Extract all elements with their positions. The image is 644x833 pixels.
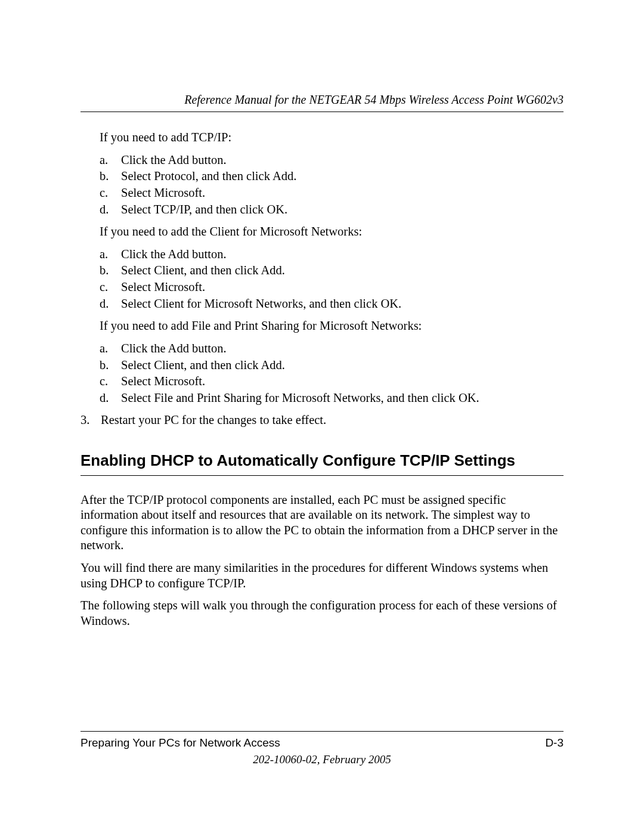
list-text: Select TCP/IP, and then click OK. bbox=[121, 202, 287, 218]
list-item: 3. Restart your PC for the changes to ta… bbox=[80, 413, 564, 428]
list-add-client: a.Click the Add button. b.Select Client,… bbox=[80, 247, 564, 312]
list-label: a. bbox=[100, 247, 113, 262]
running-header: Reference Manual for the NETGEAR 54 Mbps… bbox=[80, 93, 564, 112]
list-label: b. bbox=[100, 358, 113, 373]
footer-page-number: D-3 bbox=[545, 736, 564, 750]
body-text: If you need to add TCP/IP: a.Click the A… bbox=[80, 130, 564, 629]
footer-section-title: Preparing Your PCs for Network Access bbox=[80, 736, 280, 750]
list-item: b.Select Protocol, and then click Add. bbox=[80, 169, 564, 184]
list-text: Select Microsoft. bbox=[121, 280, 205, 295]
paragraph-add-client: If you need to add the Client for Micros… bbox=[80, 224, 564, 240]
list-item: a.Click the Add button. bbox=[80, 247, 564, 262]
list-item: c.Select Microsoft. bbox=[80, 280, 564, 295]
paragraph-add-fps: If you need to add File and Print Sharin… bbox=[80, 318, 564, 334]
list-text: Click the Add button. bbox=[121, 341, 227, 357]
paragraph: After the TCP/IP protocol components are… bbox=[80, 493, 564, 554]
list-label: c. bbox=[100, 280, 113, 295]
list-label: 3. bbox=[80, 413, 92, 428]
paragraph: The following steps will walk you throug… bbox=[80, 598, 564, 628]
list-add-tcpip: a.Click the Add button. b.Select Protoco… bbox=[80, 153, 564, 218]
paragraph: You will find there are many similaritie… bbox=[80, 561, 564, 591]
list-label: d. bbox=[100, 296, 113, 312]
list-label: a. bbox=[100, 341, 113, 357]
numbered-list: 3. Restart your PC for the changes to ta… bbox=[80, 413, 564, 428]
list-text: Select Client for Microsoft Networks, an… bbox=[121, 296, 401, 312]
footer-doc-info: 202-10060-02, February 2005 bbox=[0, 753, 644, 766]
list-item: b.Select Client, and then click Add. bbox=[80, 263, 564, 278]
list-item: a.Click the Add button. bbox=[80, 153, 564, 168]
list-item: d.Select TCP/IP, and then click OK. bbox=[80, 202, 564, 218]
list-text: Click the Add button. bbox=[121, 247, 227, 262]
list-label: d. bbox=[100, 202, 113, 218]
list-label: a. bbox=[100, 153, 113, 168]
list-label: c. bbox=[100, 185, 113, 201]
list-item: c.Select Microsoft. bbox=[80, 374, 564, 389]
list-item: d.Select File and Print Sharing for Micr… bbox=[80, 391, 564, 406]
list-item: c.Select Microsoft. bbox=[80, 185, 564, 201]
list-item: a.Click the Add button. bbox=[80, 341, 564, 357]
list-text: Select File and Print Sharing for Micros… bbox=[121, 391, 479, 406]
list-text: Select Microsoft. bbox=[121, 185, 205, 201]
page-content: Reference Manual for the NETGEAR 54 Mbps… bbox=[80, 93, 564, 761]
list-text: Select Client, and then click Add. bbox=[121, 358, 285, 373]
paragraph-add-tcpip: If you need to add TCP/IP: bbox=[80, 130, 564, 145]
list-text: Select Microsoft. bbox=[121, 374, 205, 389]
list-label: d. bbox=[100, 391, 113, 406]
list-text: Select Client, and then click Add. bbox=[121, 263, 285, 278]
list-add-fps: a.Click the Add button. b.Select Client,… bbox=[80, 341, 564, 406]
footer-row: Preparing Your PCs for Network Access D-… bbox=[80, 736, 564, 750]
list-item: d.Select Client for Microsoft Networks, … bbox=[80, 296, 564, 312]
list-text: Restart your PC for the changes to take … bbox=[101, 413, 326, 428]
list-text: Click the Add button. bbox=[121, 153, 227, 168]
list-label: c. bbox=[100, 374, 113, 389]
list-item: b.Select Client, and then click Add. bbox=[80, 358, 564, 373]
footer-rule bbox=[80, 731, 564, 732]
section-heading-dhcp: Enabling DHCP to Automatically Configure… bbox=[80, 451, 564, 476]
list-label: b. bbox=[100, 263, 113, 278]
list-text: Select Protocol, and then click Add. bbox=[121, 169, 296, 184]
list-label: b. bbox=[100, 169, 113, 184]
